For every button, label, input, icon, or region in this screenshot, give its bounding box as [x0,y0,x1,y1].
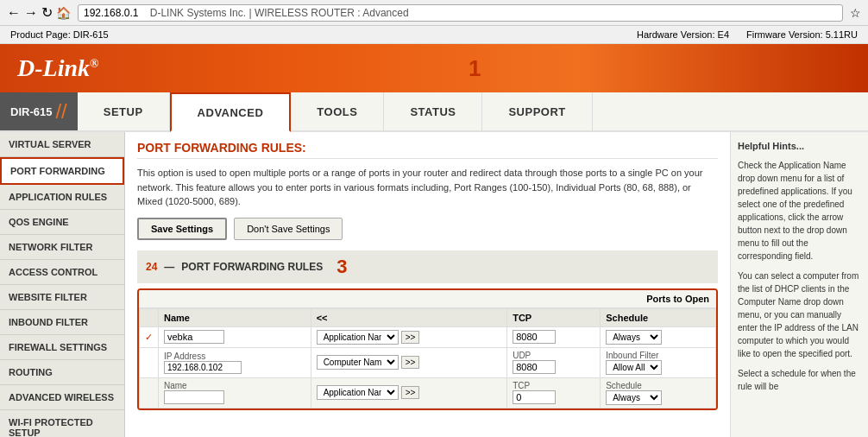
row2-tcp-port: TCP [507,377,601,408]
right-panel: Helpful Hints... Check the Application N… [730,132,868,437]
browser-url-bar[interactable]: 192.168.0.1 D-LINK Systems Inc. | WIRELE… [78,4,843,22]
sidebar-item-application-rules[interactable]: APPLICATION RULES [0,185,124,210]
inbound-filter-select[interactable]: Allow All [606,360,662,375]
slash-icon: // [55,99,66,124]
th-check [140,308,159,326]
sidebar-item-inbound-filter[interactable]: INBOUND FILTER [0,310,124,335]
dont-save-button[interactable]: Don't Save Settings [234,218,343,240]
main-nav: DIR-615 // SETUP ADVANCED TOOLS STATUS S… [0,92,868,132]
app-name-select[interactable]: Application Name [317,330,399,345]
row1-ip-label: IP Address [159,347,311,377]
firmware-version: Firmware Version: 5.11RU [746,29,858,40]
rules-text: PORT FORWARDING RULES [181,261,323,273]
table-header-row: Name << TCP Schedule [140,308,716,326]
nav-tabs: SETUP ADVANCED TOOLS STATUS SUPPORT [78,92,868,130]
app-name-select-2[interactable]: Application Name [317,385,399,400]
th-tcp: TCP [507,308,601,326]
sidebar-item-wifi-protected[interactable]: WI-FI PROTECTED SETUP [0,410,124,437]
app-arrow-button[interactable]: >> [401,331,420,344]
name-input-2[interactable] [164,390,224,404]
table-row: ✓ Application Name >> [140,326,716,347]
tab-support[interactable]: SUPPORT [482,92,592,130]
ip-input[interactable] [164,361,242,374]
schedule-select[interactable]: Always [606,330,662,345]
udp-label: UDP [513,351,594,360]
ports-label: Ports to Open [139,290,716,308]
hints-p3: Select a schedule for when the rule will… [738,367,861,393]
annotation-3: 3 [337,256,347,278]
th-arrow: << [311,308,507,326]
row1-tcp-port [507,326,601,347]
sidebar-item-virtual-server[interactable]: VIRTUAL SERVER [0,132,124,157]
row1-ip-arrow: Computer Name >> [311,347,507,377]
row1-udp-port: UDP [507,347,601,377]
top-bar: Product Page: DIR-615 Hardware Version: … [0,26,868,44]
sidebar-item-network-filter[interactable]: NETWORK FILTER [0,235,124,260]
dlink-logo: D-Link® [17,54,98,82]
sidebar: 2 VIRTUAL SERVER PORT FORWARDING APPLICA… [0,132,125,437]
tab-advanced[interactable]: ADVANCED [170,92,292,132]
tab-setup[interactable]: SETUP [78,92,170,130]
th-schedule: Schedule [601,308,716,326]
row1-name [159,326,311,347]
rules-number: 24 [146,261,157,273]
main-layout: 2 VIRTUAL SERVER PORT FORWARDING APPLICA… [0,132,868,437]
row1-ip-check [140,347,159,377]
inbound-filter-label: Inbound Filter [606,351,710,360]
name-input[interactable] [164,330,224,344]
page-title-text: D-LINK Systems Inc. | WIRELESS ROUTER : … [150,7,409,19]
url-text: 192.168.0.1 [84,7,138,19]
button-row: Save Settings Don't Save Settings [137,218,718,240]
rules-dash: — [164,261,174,273]
tcp-port-input[interactable] [513,330,556,344]
sidebar-item-access-control[interactable]: ACCESS CONTROL [0,260,124,285]
udp-port-input[interactable] [513,360,556,374]
home-icon[interactable]: 🏠 [56,6,71,20]
reload-icon[interactable]: ↻ [41,4,53,21]
row1-schedule: Always [601,326,716,347]
row1-arrow: Application Name >> [311,326,507,347]
hardware-version: Hardware Version: E4 [637,29,729,40]
product-page: Product Page: DIR-615 [10,29,109,40]
browser-controls: ← → ↻ 🏠 [7,4,71,21]
tab-status[interactable]: STATUS [384,92,482,130]
ip-address-label: IP Address [164,352,305,361]
tcp-port-input-2[interactable] [513,390,556,404]
hints-p2: You can select a computer from the list … [738,269,861,360]
name-label2: Name [164,381,305,390]
computer-name-select[interactable]: Computer Name [317,355,399,370]
sidebar-item-qos-engine[interactable]: QOS ENGINE [0,210,124,235]
sidebar-item-firewall-settings[interactable]: FIREWALL SETTINGS [0,335,124,360]
hints-title: Helpful Hints... [738,139,861,154]
sidebar-item-port-forwarding[interactable]: PORT FORWARDING [0,157,124,185]
save-settings-button[interactable]: Save Settings [137,218,227,240]
table-row: IP Address Computer Name >> [140,347,716,377]
app-arrow-button-2[interactable]: >> [401,386,420,399]
sidebar-item-routing[interactable]: ROUTING [0,360,124,385]
tcp-label2: TCP [513,381,594,390]
model-label: DIR-615 // [0,92,78,130]
row2-check [140,377,159,408]
schedule-select-2[interactable]: Always [606,390,662,405]
page: Product Page: DIR-615 Hardware Version: … [0,26,868,437]
th-name: Name [159,308,311,326]
bookmark-icon[interactable]: ☆ [850,6,861,20]
forward-icon[interactable]: → [24,5,38,21]
description-text: This option is used to open multiple por… [137,166,718,209]
row1-inbound-filter: Inbound Filter Allow All [601,347,716,377]
tab-tools[interactable]: TOOLS [291,92,384,130]
comp-arrow-button[interactable]: >> [401,356,420,369]
version-info: Hardware Version: E4 Firmware Version: 5… [637,29,858,40]
row2-schedule: Schedule Always [601,377,716,408]
sidebar-item-advanced-wireless[interactable]: ADVANCED WIRELESS [0,385,124,410]
table-row: Name Application Name >> [140,377,716,408]
header: D-Link® 1 [0,44,868,92]
sched-label2: Schedule [606,381,710,390]
back-icon[interactable]: ← [7,5,21,21]
annotation-1: 1 [469,55,481,81]
row1-check: ✓ [140,326,159,347]
section-title: PORT FORWARDING RULES: [137,141,718,159]
row2-arrow: Application Name >> [311,377,507,408]
sidebar-item-website-filter[interactable]: WEBSITE FILTER [0,285,124,310]
hints-p1: Check the Application Name drop down men… [738,159,861,263]
